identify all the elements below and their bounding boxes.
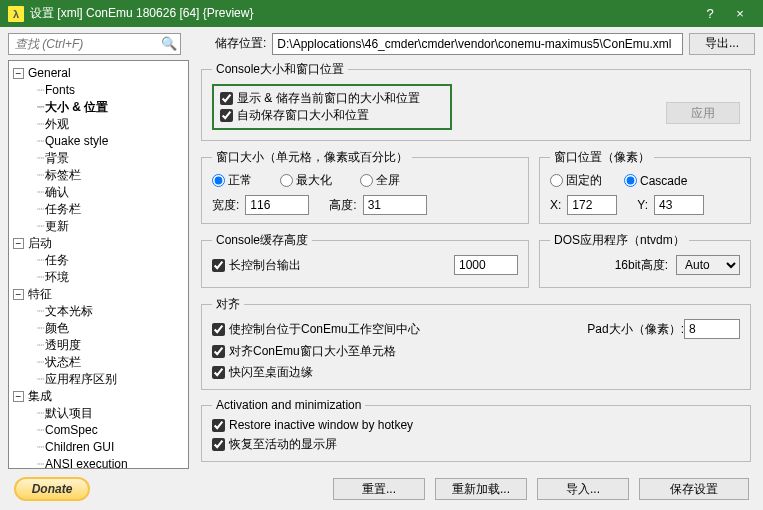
console-legend: Console大小和窗口位置 — [212, 61, 348, 78]
main-panel: Console大小和窗口位置 显示 & 储存当前窗口的大小和位置 自动保存窗口大… — [189, 57, 763, 472]
snap-checkbox[interactable] — [212, 366, 225, 379]
align-legend: 对齐 — [212, 296, 244, 313]
titlebar: λ 设置 [xml] ConEmu 180626 [64] {Preview} … — [0, 0, 763, 27]
width-input[interactable] — [245, 195, 309, 215]
show-store-label: 显示 & 储存当前窗口的大小和位置 — [237, 90, 420, 107]
align-cells-checkbox[interactable] — [212, 345, 225, 358]
tree-background[interactable]: ┈背景 — [9, 150, 188, 167]
x-label: X: — [550, 198, 561, 212]
tree-children[interactable]: ┈Children GUI — [9, 439, 188, 456]
tree-fonts[interactable]: ┈Fonts — [9, 82, 188, 99]
16bit-label: 16bit高度: — [615, 257, 668, 274]
restore-hotkey-label: Restore inactive window by hotkey — [229, 418, 413, 432]
reset-button[interactable]: 重置... — [333, 478, 425, 500]
dos-group: DOS应用程序（ntvdm） 16bit高度: Auto — [539, 232, 751, 288]
import-button[interactable]: 导入... — [537, 478, 629, 500]
storage-label: 储存位置: — [215, 35, 266, 52]
y-input[interactable] — [654, 195, 704, 215]
x-input[interactable] — [567, 195, 617, 215]
apply-button: 应用 — [666, 102, 740, 124]
activation-legend: Activation and minimization — [212, 398, 365, 412]
tree-default[interactable]: ┈默认项目 — [9, 405, 188, 422]
center-label: 使控制台位于ConEmu工作空间中心 — [229, 321, 420, 338]
sidebar-tree[interactable]: −General ┈Fonts ┈大小 & 位置 ┈外观 ┈Quake styl… — [8, 60, 189, 469]
long-output-label: 长控制台输出 — [229, 257, 301, 274]
tree-textcursor[interactable]: ┈文本光标 — [9, 303, 188, 320]
radio-cascade[interactable]: Cascade — [624, 174, 687, 188]
buffer-input[interactable] — [454, 255, 518, 275]
tree-update[interactable]: ┈更新 — [9, 218, 188, 235]
help-link[interactable]: https://conemu.github.io/en/SettingsSize… — [205, 470, 751, 472]
reload-button[interactable]: 重新加载... — [435, 478, 527, 500]
buffer-legend: Console缓存高度 — [212, 232, 312, 249]
height-input[interactable] — [363, 195, 427, 215]
tree-size-pos[interactable]: ┈大小 & 位置 — [9, 99, 188, 116]
help-button[interactable]: ? — [695, 6, 725, 21]
highlight-box: 显示 & 储存当前窗口的大小和位置 自动保存窗口大小和位置 — [212, 84, 452, 130]
tree-appdist[interactable]: ┈应用程序区别 — [9, 371, 188, 388]
donate-button[interactable]: Donate — [14, 477, 90, 501]
footer: Donate 重置... 重新加载... 导入... 保存设置 — [0, 472, 763, 506]
storage-path-input[interactable] — [272, 33, 683, 55]
close-button[interactable]: × — [725, 6, 755, 21]
autosave-checkbox[interactable] — [220, 109, 233, 122]
dos-legend: DOS应用程序（ntvdm） — [550, 232, 689, 249]
show-store-checkbox[interactable] — [220, 92, 233, 105]
align-group: 对齐 使控制台位于ConEmu工作空间中心 Pad大小（像素）: 对齐ConEm… — [201, 296, 751, 390]
tree-tasks[interactable]: ┈任务 — [9, 252, 188, 269]
tree-status[interactable]: ┈状态栏 — [9, 354, 188, 371]
height-label: 高度: — [329, 197, 356, 214]
tree-transparency[interactable]: ┈透明度 — [9, 337, 188, 354]
winsize-group: 窗口大小（单元格，像素或百分比） 正常 最大化 全屏 宽度: 高度: — [201, 149, 529, 224]
buffer-group: Console缓存高度 长控制台输出 — [201, 232, 529, 288]
tree-appearance[interactable]: ┈外观 — [9, 116, 188, 133]
width-label: 宽度: — [212, 197, 239, 214]
radio-normal[interactable]: 正常 — [212, 172, 252, 189]
console-group: Console大小和窗口位置 显示 & 储存当前窗口的大小和位置 自动保存窗口大… — [201, 61, 751, 141]
winpos-group: 窗口位置（像素） 固定的 Cascade X: Y: — [539, 149, 751, 224]
pad-input[interactable] — [684, 319, 740, 339]
tree-integration[interactable]: −集成 — [9, 388, 188, 405]
align-cells-label: 对齐ConEmu窗口大小至单元格 — [229, 343, 396, 360]
tree-general[interactable]: −General — [9, 65, 188, 82]
top-row: 🔍 储存位置: 导出... — [0, 27, 763, 57]
pad-label: Pad大小（像素）: — [587, 322, 684, 336]
tree-comspec[interactable]: ┈ComSpec — [9, 422, 188, 439]
center-checkbox[interactable] — [212, 323, 225, 336]
tree-tabbar[interactable]: ┈标签栏 — [9, 167, 188, 184]
activation-group: Activation and minimization Restore inac… — [201, 398, 751, 462]
tree-ansi[interactable]: ┈ANSI execution — [9, 456, 188, 469]
tree-startup[interactable]: −启动 — [9, 235, 188, 252]
snap-label: 快闪至桌面边缘 — [229, 364, 313, 381]
winpos-legend: 窗口位置（像素） — [550, 149, 654, 166]
search-icon[interactable]: 🔍 — [161, 36, 177, 51]
app-icon: λ — [8, 6, 24, 22]
16bit-select[interactable]: Auto — [676, 255, 740, 275]
radio-full[interactable]: 全屏 — [360, 172, 400, 189]
export-button[interactable]: 导出... — [689, 33, 755, 55]
tree-confirm[interactable]: ┈确认 — [9, 184, 188, 201]
restore-monitor-checkbox[interactable] — [212, 438, 225, 451]
radio-max[interactable]: 最大化 — [280, 172, 332, 189]
title-text: 设置 [xml] ConEmu 180626 [64] {Preview} — [30, 5, 253, 22]
radio-fixed[interactable]: 固定的 — [550, 172, 602, 189]
long-output-checkbox[interactable] — [212, 259, 225, 272]
save-settings-button[interactable]: 保存设置 — [639, 478, 749, 500]
search-input[interactable] — [8, 33, 181, 55]
restore-monitor-label: 恢复至活动的显示屏 — [229, 436, 337, 453]
tree-colors[interactable]: ┈颜色 — [9, 320, 188, 337]
y-label: Y: — [637, 198, 648, 212]
winsize-legend: 窗口大小（单元格，像素或百分比） — [212, 149, 412, 166]
restore-hotkey-checkbox[interactable] — [212, 419, 225, 432]
tree-quake[interactable]: ┈Quake style — [9, 133, 188, 150]
tree-taskbar[interactable]: ┈任务栏 — [9, 201, 188, 218]
search-box: 🔍 — [8, 33, 181, 55]
tree-env[interactable]: ┈环境 — [9, 269, 188, 286]
tree-features[interactable]: −特征 — [9, 286, 188, 303]
autosave-label: 自动保存窗口大小和位置 — [237, 107, 369, 124]
